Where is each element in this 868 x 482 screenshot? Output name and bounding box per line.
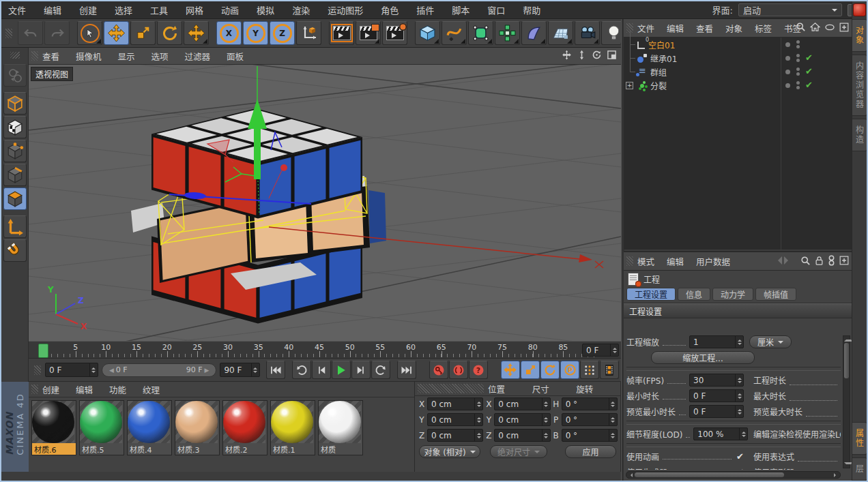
object-row[interactable]: 群组 ✔ [624, 65, 852, 78]
menu-item[interactable]: 动画 [221, 3, 239, 16]
goto-end-button[interactable] [397, 361, 416, 379]
material-menu-item[interactable]: 创建 [42, 383, 59, 396]
spinner-icon[interactable] [89, 363, 98, 376]
last-used-tool-button[interactable] [184, 21, 209, 45]
menu-item[interactable]: 运动图形 [328, 3, 363, 16]
lock-x-axis-button[interactable]: X [216, 21, 242, 45]
add-panel-icon[interactable] [839, 256, 849, 265]
viewport[interactable]: 查看摄像机显示选项过滤器面板 透视视图 YZX [29, 48, 621, 341]
material-swatch[interactable]: 材质.2 [222, 400, 267, 455]
record-pla-button[interactable] [580, 361, 599, 379]
position-x-field[interactable]: 0 cm [427, 397, 483, 410]
viewport-menu-item[interactable]: 选项 [151, 50, 169, 63]
points-mode-button[interactable] [3, 140, 27, 162]
snap-magnet-button[interactable] [3, 239, 27, 262]
record-scale-button[interactable] [521, 361, 540, 379]
render-visibility-dots[interactable] [796, 67, 800, 71]
am-grip[interactable] [626, 256, 633, 266]
menu-item[interactable]: 渲染 [292, 3, 310, 16]
previous-key-button[interactable] [292, 361, 311, 379]
model-mode-button[interactable] [3, 92, 27, 115]
preview-range-slider[interactable]: ◀ 0 F 90 F ▶ [102, 363, 217, 377]
add-mograph-button[interactable] [495, 21, 520, 45]
playback-rate-button[interactable] [600, 361, 619, 379]
object-row[interactable]: 空白01 ✔ [624, 37, 852, 51]
scene-rubiks-cube[interactable]: YZX [29, 65, 621, 342]
make-editable-button[interactable] [3, 64, 27, 87]
material-swatch[interactable]: 材质.1 [270, 400, 315, 455]
viewport-menu-item[interactable]: 查看 [42, 50, 59, 63]
material-grip[interactable] [31, 385, 38, 394]
current-frame-field[interactable]: 0 F [582, 344, 619, 357]
am-menu-item[interactable]: 编辑 [667, 255, 684, 268]
panel-tab[interactable]: 对象 [852, 19, 867, 52]
axis-mode-button[interactable] [3, 215, 27, 238]
lock-icon[interactable] [815, 256, 824, 266]
enable-check-icon[interactable]: ✔ [805, 52, 813, 63]
project-scale-field[interactable]: 1 [689, 335, 744, 348]
size-z-field[interactable]: 0 cm [494, 429, 550, 442]
scale-project-button[interactable]: 缩放工程... [651, 351, 755, 364]
attribute-tab[interactable]: 帧插值 [755, 288, 796, 301]
lock-z-axis-button[interactable]: Z [270, 21, 295, 45]
goto-start-button[interactable] [266, 361, 285, 379]
editor-visibility-dot[interactable] [785, 56, 790, 61]
panel-tab[interactable]: 属性 [852, 422, 867, 455]
home-icon[interactable] [810, 22, 820, 32]
panel-tab[interactable]: 内容浏览器 [852, 55, 867, 116]
object-row[interactable]: 分裂 ✔ [624, 78, 852, 92]
material-swatch[interactable]: 材质.6 [31, 400, 76, 455]
menu-item[interactable]: 角色 [381, 3, 399, 16]
link-icon[interactable] [828, 255, 835, 266]
timeline-ruler[interactable]: 051015202530354045505560657075808590 0 F [29, 341, 621, 359]
menu-item[interactable]: 文件 [8, 3, 26, 16]
record-keyframe-button[interactable] [429, 361, 448, 379]
menu-item[interactable]: 创建 [79, 3, 97, 16]
scale-tool-button[interactable] [130, 21, 156, 45]
add-camera-button[interactable] [575, 21, 600, 45]
record-parameter-button[interactable]: P [560, 361, 579, 379]
render-settings-button[interactable] [382, 21, 407, 45]
material-menu-item[interactable]: 编辑 [76, 383, 93, 396]
add-floor-button[interactable] [548, 21, 573, 45]
menu-item[interactable]: 选择 [115, 3, 132, 16]
menu-item[interactable]: 窗口 [487, 3, 505, 16]
orbit-icon[interactable] [592, 50, 602, 60]
size-y-field[interactable]: 0 cm [494, 413, 550, 426]
expand-toggle-icon[interactable] [626, 82, 633, 89]
om-menu-item[interactable]: 查看 [696, 22, 713, 35]
setting-field[interactable]: 0 F [689, 389, 744, 402]
next-frame-button[interactable] [351, 361, 371, 379]
apply-button[interactable]: 应用 [565, 445, 616, 458]
undo-button[interactable] [18, 21, 43, 45]
am-menu-item[interactable]: 模式 [637, 255, 654, 268]
render-visibility-dots[interactable] [796, 81, 800, 85]
render-view-button[interactable] [329, 21, 354, 45]
add-panel-icon[interactable] [839, 22, 849, 32]
add-deformer-button[interactable] [521, 21, 547, 45]
rotate-tool-button[interactable] [157, 21, 182, 45]
om-menu-item[interactable]: 对象 [725, 22, 742, 35]
coordinate-system-button[interactable] [296, 21, 321, 45]
object-name[interactable]: 分裂 [650, 80, 667, 91]
editor-visibility-dot[interactable] [785, 42, 790, 47]
material-swatch[interactable]: 材质.4 [127, 400, 172, 455]
enable-check-icon[interactable]: ✔ [805, 66, 813, 76]
next-key-button[interactable] [371, 361, 390, 379]
size-x-field[interactable]: 0 cm [494, 397, 550, 410]
viewport-grip[interactable] [31, 51, 38, 61]
om-menu-item[interactable]: 文件 [637, 22, 654, 35]
record-rotation-button[interactable] [540, 361, 560, 379]
om-menu-item[interactable]: 标签 [755, 22, 772, 35]
search-icon[interactable] [796, 22, 806, 32]
checkbox-checked-icon[interactable]: ✔ [736, 451, 744, 462]
horizontal-scrollbar[interactable] [626, 471, 841, 479]
pan-icon[interactable] [562, 50, 572, 60]
viewport-menu-item[interactable]: 显示 [118, 50, 135, 63]
material-menu-item[interactable]: 功能 [109, 383, 126, 396]
move-tool-button[interactable] [104, 21, 129, 45]
material-swatch[interactable]: 材质.5 [79, 400, 124, 455]
keyframe-help-button[interactable]: ? [469, 361, 488, 379]
add-subdivision-surface-button[interactable] [468, 21, 493, 45]
viewport-canvas[interactable]: 透视视图 YZX [29, 65, 621, 342]
